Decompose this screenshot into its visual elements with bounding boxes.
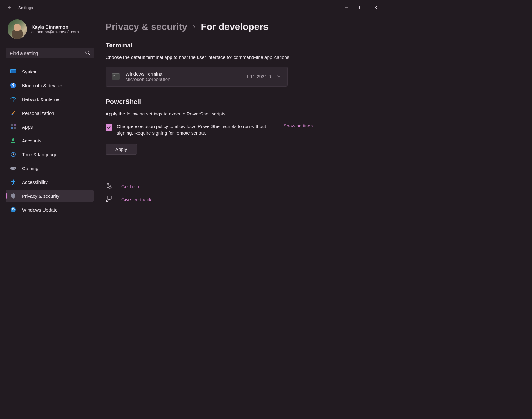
nav-apps[interactable]: Apps — [6, 121, 94, 133]
nav-personalization[interactable]: Personalization — [6, 107, 94, 119]
svg-rect-7 — [11, 70, 16, 73]
search-input[interactable] — [10, 51, 85, 56]
svg-rect-10 — [11, 114, 13, 115]
svg-point-15 — [12, 138, 14, 141]
powershell-description: Apply the following settings to execute … — [106, 110, 371, 117]
main-content: Privacy & security › For developers Term… — [97, 15, 386, 304]
help-icon: ?? — [106, 183, 112, 190]
help-links: ?? Get help Give feedback — [106, 183, 371, 203]
bluetooth-icon — [10, 82, 16, 89]
nav-label: Windows Update — [22, 207, 57, 212]
nav-label: Privacy & security — [22, 193, 59, 199]
execution-policy-checkbox[interactable] — [106, 124, 112, 131]
app-title: Settings — [18, 5, 33, 10]
nav-label: Network & internet — [22, 97, 61, 102]
nav-label: System — [22, 69, 38, 74]
feedback-icon — [106, 196, 112, 203]
nav-label: Time & language — [22, 152, 57, 157]
breadcrumb-current: For developers — [201, 21, 268, 32]
svg-rect-11 — [11, 124, 13, 126]
search-box[interactable] — [6, 48, 94, 58]
wifi-icon — [10, 96, 16, 102]
window-controls — [339, 3, 383, 13]
update-icon — [10, 207, 16, 213]
show-settings-link[interactable]: Show settings — [284, 123, 313, 128]
svg-point-21 — [12, 168, 12, 169]
get-help-label: Get help — [121, 184, 139, 189]
apps-icon — [10, 124, 16, 130]
minimize-button[interactable] — [339, 3, 354, 13]
arrow-left-icon — [7, 5, 12, 10]
nav-accounts[interactable]: Accounts — [6, 134, 94, 147]
monitor-icon — [10, 68, 16, 75]
terminal-description: Choose the default terminal app to host … — [106, 54, 371, 61]
svg-point-4 — [86, 51, 89, 54]
chevron-down-icon — [277, 74, 281, 79]
user-name: Kayla Cinnamon — [31, 24, 79, 30]
clock-icon — [10, 151, 16, 158]
svg-point-24 — [11, 207, 16, 212]
svg-rect-20 — [10, 167, 16, 170]
nav-gaming[interactable]: Gaming — [6, 162, 94, 175]
svg-point-22 — [14, 168, 15, 169]
svg-rect-1 — [360, 6, 362, 9]
give-feedback-label: Give feedback — [121, 197, 151, 202]
nav-list: System Bluetooth & devices Network & int… — [6, 65, 96, 216]
execution-policy-row: Change execution policy to allow local P… — [106, 123, 313, 136]
svg-rect-13 — [11, 127, 13, 129]
powershell-heading: PowerShell — [106, 98, 371, 105]
titlebar: Settings — [0, 0, 386, 15]
accessibility-icon — [10, 179, 16, 185]
svg-point-30 — [106, 200, 108, 201]
svg-text:?: ? — [110, 187, 111, 189]
sidebar: Kayla Cinnamon cinnamon@microsoft.com Sy… — [0, 15, 97, 304]
chevron-right-icon: › — [193, 23, 195, 31]
get-help-link[interactable]: ?? Get help — [106, 183, 371, 190]
nav-label: Bluetooth & devices — [22, 83, 64, 88]
close-button[interactable] — [368, 3, 383, 13]
svg-rect-14 — [14, 127, 16, 129]
apply-button[interactable]: Apply — [106, 144, 137, 155]
terminal-app-name: Windows Terminal — [125, 71, 241, 77]
svg-point-23 — [13, 180, 14, 181]
user-email: cinnamon@microsoft.com — [31, 30, 79, 34]
svg-text:?: ? — [107, 184, 109, 187]
svg-line-5 — [89, 54, 90, 55]
minimize-icon — [345, 6, 348, 9]
terminal-version: 1.11.2921.0 — [246, 74, 271, 79]
nav-label: Accounts — [22, 138, 41, 143]
nav-windows-update[interactable]: Windows Update — [6, 203, 94, 216]
execution-policy-label: Change execution policy to allow local P… — [117, 123, 273, 136]
breadcrumb: Privacy & security › For developers — [106, 21, 371, 32]
maximize-icon — [359, 6, 363, 9]
avatar — [8, 19, 27, 39]
breadcrumb-parent[interactable]: Privacy & security — [106, 21, 187, 32]
svg-rect-12 — [14, 124, 16, 126]
nav-label: Personalization — [22, 110, 54, 116]
nav-system[interactable]: System — [6, 65, 94, 78]
profile[interactable]: Kayla Cinnamon cinnamon@microsoft.com — [8, 19, 96, 39]
nav-label: Apps — [22, 124, 33, 130]
svg-rect-29 — [107, 196, 111, 199]
brush-icon — [10, 110, 16, 116]
back-button[interactable] — [3, 1, 16, 14]
nav-time-language[interactable]: Time & language — [6, 148, 94, 161]
nav-network[interactable]: Network & internet — [6, 93, 94, 105]
search-icon — [85, 50, 90, 56]
check-icon — [107, 125, 111, 129]
maximize-button[interactable] — [354, 3, 368, 13]
nav-label: Accessibility — [22, 180, 48, 185]
svg-rect-31 — [106, 201, 108, 202]
nav-privacy-security[interactable]: Privacy & security — [6, 190, 94, 202]
terminal-heading: Terminal — [106, 41, 371, 49]
person-icon — [10, 137, 16, 144]
nav-bluetooth[interactable]: Bluetooth & devices — [6, 79, 94, 92]
nav-accessibility[interactable]: Accessibility — [6, 176, 94, 188]
close-icon — [373, 6, 377, 9]
shield-icon — [10, 193, 16, 199]
terminal-publisher: Microsoft Corporation — [125, 77, 241, 82]
terminal-icon — [112, 73, 120, 80]
nav-label: Gaming — [22, 166, 39, 171]
give-feedback-link[interactable]: Give feedback — [106, 196, 371, 203]
terminal-app-card[interactable]: Windows Terminal Microsoft Corporation 1… — [106, 67, 288, 87]
